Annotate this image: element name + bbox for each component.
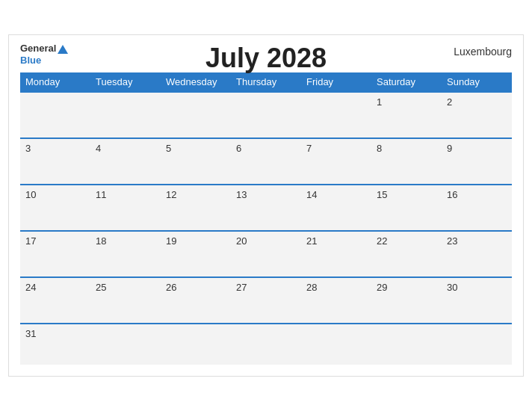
day-number: 20 bbox=[236, 235, 247, 247]
country-label: Luxembourg bbox=[454, 46, 512, 58]
day-number: 10 bbox=[25, 189, 36, 200]
logo-blue-text: Blue bbox=[20, 55, 68, 67]
day-number: 6 bbox=[236, 143, 241, 154]
calendar-day-cell: 17 bbox=[20, 231, 90, 277]
calendar-day-cell bbox=[231, 324, 301, 365]
header-monday: Monday bbox=[20, 72, 90, 92]
day-number: 5 bbox=[166, 143, 171, 154]
calendar-week-row: 3456789 bbox=[20, 138, 512, 185]
calendar-day-cell: 10 bbox=[20, 185, 90, 231]
calendar-day-cell: 22 bbox=[371, 231, 442, 277]
calendar-day-cell: 31 bbox=[20, 324, 90, 365]
weekday-header-row: Monday Tuesday Wednesday Thursday Friday… bbox=[20, 72, 512, 92]
calendar-day-cell bbox=[301, 92, 371, 138]
calendar-day-cell: 12 bbox=[161, 185, 231, 231]
day-number: 28 bbox=[306, 282, 317, 293]
day-number: 31 bbox=[25, 328, 36, 339]
header-saturday: Saturday bbox=[371, 72, 442, 92]
calendar-day-cell: 9 bbox=[442, 138, 512, 185]
day-number: 21 bbox=[306, 235, 317, 247]
header-thursday: Thursday bbox=[231, 72, 301, 92]
calendar-day-cell bbox=[442, 324, 512, 365]
day-number: 29 bbox=[377, 282, 387, 293]
calendar-day-cell: 16 bbox=[442, 185, 512, 231]
calendar-day-cell: 28 bbox=[301, 277, 371, 324]
day-number: 3 bbox=[25, 143, 31, 154]
calendar-day-cell: 6 bbox=[231, 138, 301, 185]
calendar-table: Monday Tuesday Wednesday Thursday Friday… bbox=[20, 72, 512, 365]
calendar-day-cell: 19 bbox=[161, 231, 231, 277]
day-number: 24 bbox=[25, 282, 36, 293]
day-number: 17 bbox=[25, 235, 36, 247]
header-friday: Friday bbox=[301, 72, 371, 92]
day-number: 22 bbox=[377, 235, 387, 247]
calendar-day-cell: 5 bbox=[161, 138, 231, 185]
calendar-day-cell: 11 bbox=[90, 185, 161, 231]
day-number: 27 bbox=[236, 282, 247, 293]
calendar-day-cell: 20 bbox=[231, 231, 301, 277]
day-number: 13 bbox=[236, 189, 247, 200]
day-number: 1 bbox=[377, 96, 382, 108]
day-number: 25 bbox=[96, 282, 106, 293]
calendar-day-cell: 30 bbox=[442, 277, 512, 324]
calendar-day-cell bbox=[161, 324, 231, 365]
calendar-week-row: 17181920212223 bbox=[20, 231, 512, 277]
calendar-day-cell bbox=[20, 92, 90, 138]
day-number: 15 bbox=[377, 189, 387, 200]
calendar-day-cell bbox=[90, 324, 161, 365]
calendar-header: General Blue July 2028 Luxembourg bbox=[20, 43, 512, 66]
header-wednesday: Wednesday bbox=[161, 72, 231, 92]
day-number: 9 bbox=[447, 143, 452, 154]
day-number: 14 bbox=[306, 189, 317, 200]
calendar-day-cell: 25 bbox=[90, 277, 161, 324]
calendar-day-cell: 23 bbox=[442, 231, 512, 277]
day-number: 16 bbox=[447, 189, 457, 200]
day-number: 26 bbox=[166, 282, 176, 293]
calendar-day-cell: 21 bbox=[301, 231, 371, 277]
calendar-day-cell bbox=[231, 92, 301, 138]
day-number: 11 bbox=[96, 189, 106, 200]
calendar-day-cell: 4 bbox=[90, 138, 161, 185]
calendar-day-cell: 13 bbox=[231, 185, 301, 231]
calendar-day-cell: 14 bbox=[301, 185, 371, 231]
header-tuesday: Tuesday bbox=[90, 72, 161, 92]
calendar-day-cell bbox=[301, 324, 371, 365]
calendar-day-cell: 24 bbox=[20, 277, 90, 324]
logo-general-text: General bbox=[20, 43, 68, 55]
day-number: 7 bbox=[306, 143, 312, 154]
calendar-day-cell: 27 bbox=[231, 277, 301, 324]
logo-triangle-icon bbox=[58, 45, 68, 54]
calendar-day-cell bbox=[90, 92, 161, 138]
calendar-day-cell: 26 bbox=[161, 277, 231, 324]
day-number: 19 bbox=[166, 235, 176, 247]
calendar-week-row: 24252627282930 bbox=[20, 277, 512, 324]
day-number: 8 bbox=[377, 143, 382, 154]
calendar-day-cell: 2 bbox=[442, 92, 512, 138]
logo: General Blue bbox=[20, 43, 68, 66]
calendar-day-cell: 18 bbox=[90, 231, 161, 277]
day-number: 30 bbox=[447, 282, 457, 293]
calendar-day-cell: 1 bbox=[371, 92, 442, 138]
calendar-day-cell: 3 bbox=[20, 138, 90, 185]
calendar-day-cell: 7 bbox=[301, 138, 371, 185]
day-number: 4 bbox=[96, 143, 101, 154]
day-number: 2 bbox=[447, 96, 452, 108]
day-number: 18 bbox=[96, 235, 106, 247]
calendar-day-cell: 15 bbox=[371, 185, 442, 231]
day-number: 12 bbox=[166, 189, 176, 200]
calendar-week-row: 10111213141516 bbox=[20, 185, 512, 231]
calendar-day-cell: 29 bbox=[371, 277, 442, 324]
calendar-week-row: 12 bbox=[20, 92, 512, 138]
calendar-day-cell bbox=[161, 92, 231, 138]
header-sunday: Sunday bbox=[442, 72, 512, 92]
calendar-day-cell: 8 bbox=[371, 138, 442, 185]
calendar-title: July 2028 bbox=[205, 43, 327, 74]
day-number: 23 bbox=[447, 235, 457, 247]
calendar-day-cell bbox=[371, 324, 442, 365]
calendar-week-row: 31 bbox=[20, 324, 512, 365]
calendar-container: General Blue July 2028 Luxembourg Monday… bbox=[8, 34, 524, 376]
